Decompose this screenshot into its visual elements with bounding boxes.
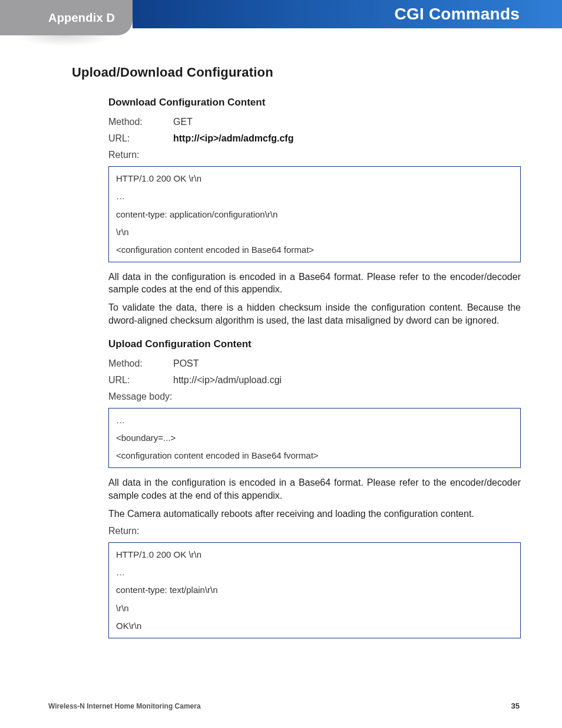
download-url-label: URL: [108,133,173,144]
header-title: CGI Commands [395,5,520,24]
code-line: \r\n [116,226,513,238]
code-line: OK\r\n [116,620,513,632]
upload-url-row: URL: http://<ip>/adm/upload.cgi [108,375,521,386]
code-line: content-type: text/plain\r\n [116,584,513,596]
upload-method-value: POST [173,358,199,369]
code-line: HTTP/1.0 200 OK \r\n [116,549,513,561]
page-footer: Wireless-N Internet Home Monitoring Came… [0,701,562,710]
upload-return-codebox: HTTP/1.0 200 OK \r\n … content-type: tex… [108,542,521,638]
upload-return-label: Return: [108,526,173,536]
download-return-label: Return: [108,150,173,160]
download-section: Download Configuration Content Method: G… [72,97,521,638]
download-url-row: URL: http://<ip>/adm/admcfg.cfg [108,133,521,144]
header-appendix-label: Appendix D [48,11,115,25]
upload-msgbody-row: Message body: [108,391,521,402]
header-title-bar: CGI Commands [133,0,562,28]
upload-para-2: The Camera automatically reboots after r… [108,508,521,520]
download-para-2: To validate the data, there is a hidden … [108,301,521,326]
page-header: CGI Commands Appendix D [0,0,562,35]
footer-product-name: Wireless-N Internet Home Monitoring Came… [48,702,201,710]
code-line: content-type: application/configuration\… [116,209,513,220]
upload-url-value: http://<ip>/adm/upload.cgi [173,375,282,386]
download-method-row: Method: GET [108,117,521,127]
content-area: Upload/Download Configuration Download C… [0,35,562,638]
download-return-codebox: HTTP/1.0 200 OK \r\n … content-type: app… [108,166,521,262]
upload-url-label: URL: [108,375,173,386]
upload-heading: Upload Configuration Content [108,338,521,350]
upload-msgbody-codebox: … <boundary=...> <configuration content … [108,408,521,469]
footer-page-number: 35 [511,701,520,710]
download-method-value: GET [173,117,193,127]
section-heading: Upload/Download Configuration [72,65,521,80]
download-method-label: Method: [108,117,173,127]
upload-method-row: Method: POST [108,358,521,369]
header-appendix-tab: Appendix D [0,0,133,35]
download-para-1: All data in the configuration is encoded… [108,271,521,295]
code-line: … [116,190,513,202]
code-line: \r\n [116,602,513,614]
code-line: <configuration content encoded in Base64… [116,450,513,462]
download-url-value: http://<ip>/adm/admcfg.cfg [173,133,293,144]
upload-para-1: All data in the configuration is encoded… [108,476,521,501]
code-line: HTTP/1.0 200 OK \r\n [116,173,513,185]
code-line: <configuration content encoded in Base64… [116,244,513,256]
upload-method-label: Method: [108,358,173,369]
download-return-row: Return: [108,150,521,160]
download-heading: Download Configuration Content [108,97,521,108]
upload-return-row: Return: [108,526,521,536]
code-line: … [116,414,513,426]
upload-msgbody-label: Message body: [108,391,173,402]
code-line: <boundary=...> [116,432,513,444]
code-line: … [116,566,513,578]
